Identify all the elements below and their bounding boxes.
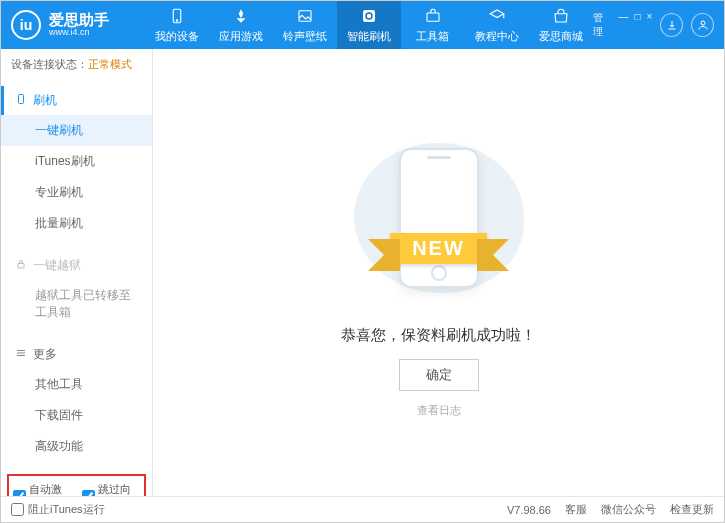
sidebar-item-other-tools[interactable]: 其他工具: [1, 369, 152, 400]
customer-service-link[interactable]: 客服: [565, 502, 587, 517]
svg-rect-7: [18, 264, 24, 269]
lock-icon: [15, 258, 27, 273]
success-illustration: NEW: [339, 128, 539, 308]
section-flash: 刷机 一键刷机 iTunes刷机 专业刷机 批量刷机: [1, 80, 152, 245]
jailbreak-note: 越狱工具已转移至工具箱: [1, 280, 152, 328]
success-message: 恭喜您，保资料刷机成功啦！: [341, 326, 536, 345]
titlebar-right: 管 理 — □ ×: [593, 11, 714, 39]
nav-toolbox[interactable]: 工具箱: [401, 1, 465, 49]
maximize-btn[interactable]: □: [634, 11, 640, 39]
nav-store[interactable]: 爱思商城: [529, 1, 593, 49]
nav-my-device[interactable]: 我的设备: [145, 1, 209, 49]
phone-icon: [15, 92, 27, 109]
section-flash-head[interactable]: 刷机: [1, 86, 152, 115]
statusbar: 阻止iTunes运行 V7.98.66 客服 微信公众号 检查更新: [1, 496, 724, 522]
svg-point-5: [701, 21, 705, 25]
section-more: 更多 其他工具 下载固件 高级功能: [1, 334, 152, 468]
sidebar-item-one-click-flash[interactable]: 一键刷机: [1, 115, 152, 146]
options-box: 自动激活 跳过向导: [7, 474, 146, 496]
block-itunes-checkbox[interactable]: 阻止iTunes运行: [11, 502, 105, 517]
sidebar-item-itunes-flash[interactable]: iTunes刷机: [1, 146, 152, 177]
view-log-link[interactable]: 查看日志: [417, 403, 461, 418]
sidebar-item-download-fw[interactable]: 下载固件: [1, 400, 152, 431]
wechat-link[interactable]: 微信公众号: [601, 502, 656, 517]
menu-icon: [15, 347, 27, 362]
user-icon[interactable]: [691, 13, 714, 37]
nav-ringtones[interactable]: 铃声壁纸: [273, 1, 337, 49]
wallpaper-icon: [295, 6, 315, 26]
titlebar: iu 爱思助手 www.i4.cn 我的设备 应用游戏 铃声壁纸 智能刷机 工具…: [1, 1, 724, 49]
app-url: www.i4.cn: [49, 28, 109, 38]
svg-point-1: [176, 20, 178, 22]
nav-tutorials[interactable]: 教程中心: [465, 1, 529, 49]
sidebar-item-pro-flash[interactable]: 专业刷机: [1, 177, 152, 208]
version-label: V7.98.66: [507, 504, 551, 516]
section-jailbreak: 一键越狱 越狱工具已转移至工具箱: [1, 245, 152, 334]
download-icon[interactable]: [660, 13, 683, 37]
check-update-link[interactable]: 检查更新: [670, 502, 714, 517]
svg-rect-6: [19, 95, 24, 104]
auto-activate-checkbox[interactable]: 自动激活: [13, 482, 72, 496]
device-icon: [167, 6, 187, 26]
section-jailbreak-head[interactable]: 一键越狱: [1, 251, 152, 280]
minimize-btn[interactable]: —: [618, 11, 628, 39]
apps-icon: [231, 6, 251, 26]
skip-guide-checkbox[interactable]: 跳过向导: [82, 482, 141, 496]
close-btn[interactable]: ×: [646, 11, 652, 39]
sidebar-item-advanced[interactable]: 高级功能: [1, 431, 152, 462]
app-name: 爱思助手: [49, 12, 109, 29]
ok-button[interactable]: 确定: [399, 359, 479, 391]
sidebar-item-batch-flash[interactable]: 批量刷机: [1, 208, 152, 239]
flash-icon: [359, 6, 379, 26]
svg-rect-4: [427, 13, 439, 21]
nav-tabs: 我的设备 应用游戏 铃声壁纸 智能刷机 工具箱 教程中心 爱思商城: [145, 1, 593, 49]
section-more-head[interactable]: 更多: [1, 340, 152, 369]
nav-apps[interactable]: 应用游戏: [209, 1, 273, 49]
toolbox-icon: [423, 6, 443, 26]
main-content: NEW 恭喜您，保资料刷机成功啦！ 确定 查看日志: [153, 49, 724, 496]
logo-icon: iu: [11, 10, 41, 40]
body: 设备连接状态：正常模式 刷机 一键刷机 iTunes刷机 专业刷机 批量刷机 一…: [1, 49, 724, 496]
store-icon: [551, 6, 571, 26]
svg-rect-3: [363, 10, 375, 22]
new-ribbon: NEW: [325, 228, 553, 270]
sidebar: 设备连接状态：正常模式 刷机 一键刷机 iTunes刷机 专业刷机 批量刷机 一…: [1, 49, 153, 496]
window-controls: 管 理 — □ ×: [593, 11, 652, 39]
nav-flash[interactable]: 智能刷机: [337, 1, 401, 49]
connection-status: 设备连接状态：正常模式: [1, 49, 152, 80]
app-window: iu 爱思助手 www.i4.cn 我的设备 应用游戏 铃声壁纸 智能刷机 工具…: [0, 0, 725, 523]
logo: iu 爱思助手 www.i4.cn: [11, 10, 145, 40]
manage-btn[interactable]: 管 理: [593, 11, 613, 39]
tutorial-icon: [487, 6, 507, 26]
